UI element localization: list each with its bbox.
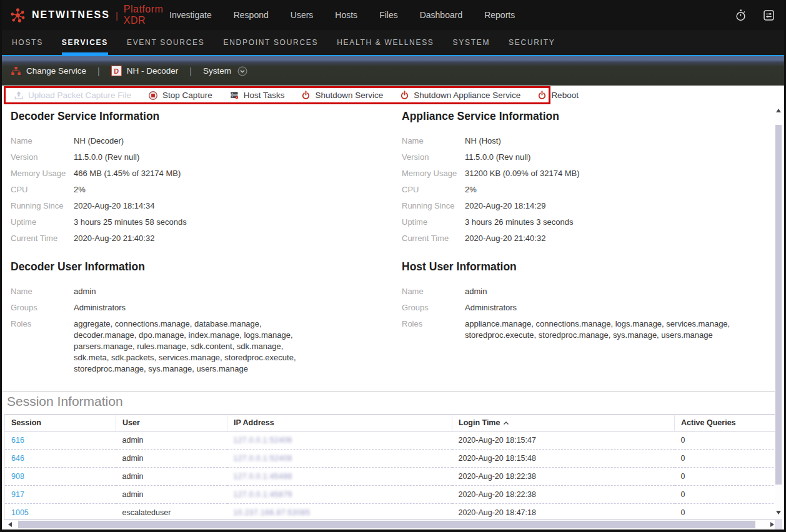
info-label: Memory Usage [11, 168, 74, 179]
session-section-title: Session Information [7, 394, 123, 409]
info-label: Uptime [402, 217, 465, 228]
session-login-time: 2020-Aug-20 18:15:48 [452, 450, 675, 468]
breadcrumb-separator: | [189, 66, 192, 76]
shutdown-appliance-service-button[interactable]: Shutdown Appliance Service [400, 91, 520, 100]
session-ip-redacted: 10.237.166.87:53085 [234, 508, 311, 517]
panel-title: Appliance Service Information [402, 110, 783, 123]
reboot-button[interactable]: Reboot [537, 91, 579, 100]
top-nav-investigate[interactable]: Investigate [169, 10, 212, 20]
info-value: 3 hours 25 minutes 58 seconds [74, 217, 187, 228]
info-value: 31200 KB (0.09% of 32174 MB) [465, 168, 580, 179]
stopwatch-icon[interactable] [735, 9, 746, 21]
top-nav-hosts[interactable]: Hosts [335, 10, 357, 20]
scrollbar-corner [775, 519, 782, 530]
scroll-down-arrow-icon[interactable] [776, 511, 781, 515]
info-label: Version [11, 152, 74, 163]
panel-title: Host User Information [402, 260, 783, 273]
admin-tab-endpoint-sources[interactable]: ENDPOINT SOURCES [224, 30, 319, 55]
session-row: 616 admin 127.0.0.1:52406 2020-Aug-20 18… [5, 431, 780, 450]
session-active-queries: 0 [675, 468, 780, 486]
column-header-session[interactable]: Session [5, 415, 116, 431]
info-value: Administrators [465, 302, 517, 313]
top-nav-reports[interactable]: Reports [484, 10, 515, 20]
info-label: Name [11, 135, 74, 147]
system-toolbar: Upload Packet Capture File Stop Capture [4, 86, 550, 104]
column-header-login-time[interactable]: Login Time [452, 415, 675, 431]
stop-record-icon [148, 91, 158, 101]
info-label: Groups [11, 302, 74, 313]
info-value: appliance.manage, connections.manage, lo… [465, 318, 747, 341]
info-value: 2% [465, 184, 477, 195]
session-id-link[interactable]: 908 [11, 472, 24, 481]
horizontal-scrollbar-thumb[interactable] [18, 521, 755, 528]
brand-name: NETWITNESS [32, 9, 110, 21]
scroll-up-arrow-icon[interactable] [776, 109, 781, 112]
top-nav-users[interactable]: Users [291, 10, 314, 20]
column-header-user[interactable]: User [116, 415, 227, 431]
info-value: 3 hours 26 minutes 3 seconds [465, 217, 573, 228]
column-header-active-queries[interactable]: Active Queries [675, 415, 780, 431]
admin-tab-health-wellness[interactable]: HEALTH & WELLNESS [337, 30, 434, 55]
session-id-link[interactable]: 917 [11, 490, 24, 499]
session-active-queries: 0 [675, 450, 780, 468]
session-table: Session User IP Address Login Time Activ… [4, 414, 780, 522]
chevron-down-circle-icon [237, 66, 247, 76]
toolbar-item-label: Reboot [551, 91, 579, 100]
top-nav-respond[interactable]: Respond [234, 10, 269, 20]
session-user: admin [116, 431, 227, 450]
top-nav-items: Investigate Respond Users Hosts Files Da… [169, 10, 515, 20]
panel-title: Decoder User Information [11, 260, 392, 273]
server-tasks-icon [229, 91, 239, 100]
view-selector-label: System [203, 66, 231, 76]
change-service-label: Change Service [26, 66, 86, 76]
session-row: 646 admin 127.0.0.1:52408 2020-Aug-20 18… [5, 450, 780, 468]
info-label: Current Time [11, 233, 74, 244]
session-id-link[interactable]: 616 [11, 436, 24, 445]
scroll-right-arrow-icon[interactable] [770, 522, 774, 527]
admin-tab-security[interactable]: SECURITY [509, 30, 555, 55]
upload-icon [14, 91, 24, 100]
info-label: Roles [11, 318, 74, 375]
info-value: 466 MB (1.45% of 32174 MB) [74, 168, 181, 179]
netwitness-logo-icon [9, 7, 26, 24]
info-value: 2020-Aug-20 18:14:34 [74, 200, 154, 212]
current-service[interactable]: D NH - Decoder [111, 66, 179, 76]
session-id-link[interactable]: 646 [11, 454, 24, 463]
toolbar-item-label: Shutdown Appliance Service [414, 91, 520, 100]
session-login-time: 2020-Aug-20 18:15:47 [452, 431, 675, 450]
change-service-button[interactable]: Change Service [11, 66, 86, 76]
host-tasks-button[interactable]: Host Tasks [229, 91, 285, 100]
view-selector[interactable]: System [203, 66, 247, 76]
vertical-scrollbar-thumb[interactable] [775, 125, 782, 485]
scroll-left-arrow-icon[interactable] [8, 522, 12, 527]
session-ip-redacted: 127.0.0.1:52406 [234, 436, 292, 445]
preferences-panel-icon[interactable] [764, 10, 774, 21]
decoder-service-badge-icon: D [111, 66, 122, 76]
info-value: 2020-Aug-20 21:40:32 [74, 233, 154, 244]
stop-capture-button[interactable]: Stop Capture [148, 91, 212, 101]
top-nav-dashboard[interactable]: Dashboard [420, 10, 463, 20]
vertical-scrollbar[interactable] [775, 105, 782, 518]
top-nav-files[interactable]: Files [379, 10, 398, 20]
admin-tab-hosts[interactable]: HOSTS [12, 30, 43, 55]
admin-tab-services[interactable]: SERVICES [62, 30, 108, 55]
info-label: Roles [402, 318, 465, 341]
power-icon [537, 91, 547, 100]
session-login-time: 2020-Aug-20 18:22:38 [452, 468, 675, 486]
info-label: CPU [11, 184, 74, 195]
session-user: admin [116, 468, 227, 486]
session-id-link[interactable]: 1005 [11, 508, 29, 517]
top-nav: NETWITNESS | Platform XDR Investigate Re… [2, 0, 784, 30]
info-value: 2020-Aug-20 18:14:29 [465, 200, 545, 212]
session-active-queries: 0 [675, 431, 780, 450]
session-row: 917 admin 127.0.0.1:45879 2020-Aug-20 18… [5, 486, 780, 504]
horizontal-scrollbar[interactable] [4, 519, 779, 530]
toolbar-item-label: Upload Packet Capture File [28, 91, 131, 100]
shutdown-service-button[interactable]: Shutdown Service [301, 91, 383, 100]
column-header-ip-address[interactable]: IP Address [227, 415, 452, 431]
brand[interactable]: NETWITNESS | Platform XDR [2, 4, 169, 26]
admin-tab-system[interactable]: SYSTEM [453, 30, 490, 55]
admin-tab-event-sources[interactable]: EVENT SOURCES [127, 30, 205, 55]
session-table-header-row: Session User IP Address Login Time Activ… [5, 415, 780, 431]
current-service-name: NH - Decoder [127, 66, 179, 76]
